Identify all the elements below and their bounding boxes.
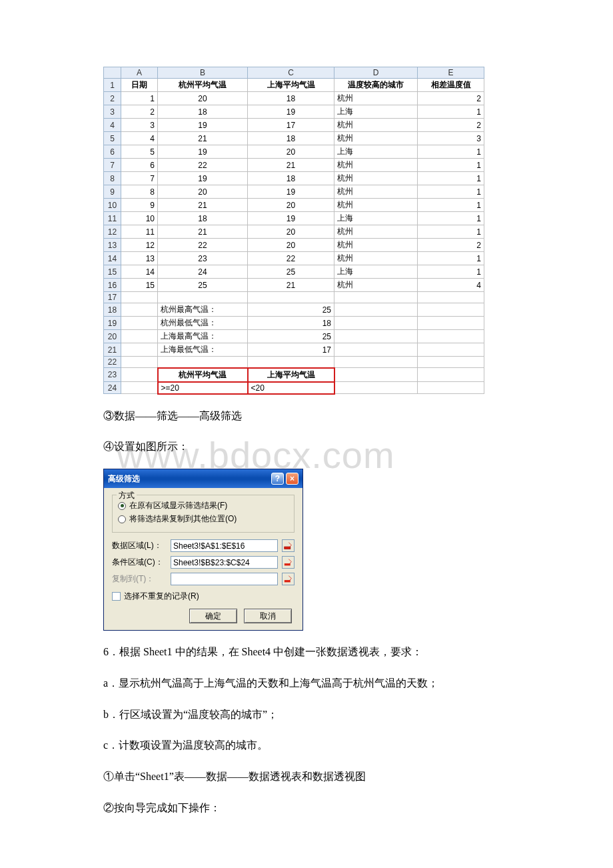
cell[interactable]: 杭州 xyxy=(334,119,418,132)
cell[interactable]: 日期 xyxy=(121,79,158,92)
row-header[interactable]: 20 xyxy=(104,330,121,343)
cell[interactable]: 19 xyxy=(158,119,248,132)
summary-value[interactable]: 18 xyxy=(248,317,334,330)
cell[interactable]: 4 xyxy=(121,132,158,145)
cell[interactable]: 15 xyxy=(121,279,158,292)
ok-button[interactable]: 确定 xyxy=(189,609,237,623)
cell[interactable]: 杭州 xyxy=(334,252,418,265)
cell[interactable]: 7 xyxy=(121,172,158,185)
summary-label[interactable]: 杭州最高气温： xyxy=(158,303,248,317)
criteria-value-B[interactable]: >=20 xyxy=(158,382,248,394)
cell[interactable]: 上海平均气温 xyxy=(248,79,334,92)
close-icon[interactable]: × xyxy=(286,473,299,485)
row-header[interactable]: 24 xyxy=(104,382,121,394)
cell[interactable]: 20 xyxy=(248,225,334,239)
row-header[interactable]: 14 xyxy=(104,252,121,265)
cell[interactable]: 22 xyxy=(158,239,248,252)
row-header[interactable]: 4 xyxy=(104,119,121,132)
cell[interactable]: 18 xyxy=(248,92,334,105)
cell[interactable]: 杭州 xyxy=(334,185,418,199)
cell[interactable]: 22 xyxy=(248,252,334,265)
cell[interactable]: 相差温度值 xyxy=(418,79,484,92)
col-header-B[interactable]: B xyxy=(158,67,248,79)
radio-copy-label[interactable]: 将筛选结果复制到其他位置(O) xyxy=(129,513,237,525)
row-header[interactable]: 2 xyxy=(104,92,121,105)
criteria-header-B[interactable]: 杭州平均气温 xyxy=(158,368,248,382)
cell[interactable]: 1 xyxy=(418,199,484,212)
row-header[interactable]: 10 xyxy=(104,199,121,212)
cell[interactable]: 25 xyxy=(248,265,334,279)
cancel-button[interactable]: 取消 xyxy=(244,609,292,623)
row-header[interactable]: 13 xyxy=(104,239,121,252)
cell[interactable]: 14 xyxy=(121,265,158,279)
row-header[interactable]: 7 xyxy=(104,159,121,172)
cell[interactable]: 1 xyxy=(418,225,484,239)
cell[interactable]: 19 xyxy=(248,212,334,225)
cell[interactable]: 1 xyxy=(418,105,484,119)
cell[interactable]: 杭州 xyxy=(334,225,418,239)
row-header[interactable]: 16 xyxy=(104,279,121,292)
cell[interactable]: 20 xyxy=(158,185,248,199)
cell[interactable]: 18 xyxy=(158,212,248,225)
cell[interactable]: 11 xyxy=(121,225,158,239)
cell[interactable]: 杭州平均气温 xyxy=(158,79,248,92)
summary-label[interactable]: 杭州最低气温： xyxy=(158,317,248,330)
cell[interactable]: 杭州 xyxy=(334,172,418,185)
cell[interactable]: 19 xyxy=(158,172,248,185)
cell[interactable]: 上海 xyxy=(334,105,418,119)
cell[interactable]: 21 xyxy=(248,159,334,172)
cell[interactable]: 21 xyxy=(158,225,248,239)
cell[interactable]: 20 xyxy=(248,239,334,252)
criteria-range-input[interactable] xyxy=(171,556,278,569)
row-header[interactable]: 12 xyxy=(104,225,121,239)
row-header[interactable]: 1 xyxy=(104,79,121,92)
cell[interactable]: 13 xyxy=(121,252,158,265)
cell[interactable]: 18 xyxy=(248,172,334,185)
col-header-E[interactable]: E xyxy=(418,67,484,79)
cell[interactable]: 2 xyxy=(121,105,158,119)
row-header[interactable]: 22 xyxy=(104,357,121,368)
cell[interactable]: 18 xyxy=(248,132,334,145)
cell[interactable]: 上海 xyxy=(334,212,418,225)
col-header-D[interactable]: D xyxy=(334,67,418,79)
row-header[interactable]: 5 xyxy=(104,132,121,145)
cell[interactable]: 1 xyxy=(418,185,484,199)
collapse-dialog-icon[interactable] xyxy=(282,573,295,585)
cell[interactable]: 19 xyxy=(248,105,334,119)
cell[interactable]: 1 xyxy=(418,212,484,225)
cell[interactable]: 19 xyxy=(248,185,334,199)
row-header[interactable]: 21 xyxy=(104,343,121,357)
summary-value[interactable]: 17 xyxy=(248,343,334,357)
cell[interactable]: 25 xyxy=(158,279,248,292)
cell[interactable]: 8 xyxy=(121,185,158,199)
cell[interactable]: 1 xyxy=(418,265,484,279)
cell[interactable]: 21 xyxy=(158,199,248,212)
criteria-value-C[interactable]: <20 xyxy=(248,382,334,394)
cell[interactable]: 杭州 xyxy=(334,279,418,292)
cell[interactable]: 杭州 xyxy=(334,239,418,252)
cell[interactable]: 1 xyxy=(418,145,484,159)
cell[interactable]: 18 xyxy=(158,105,248,119)
summary-label[interactable]: 上海最高气温： xyxy=(158,330,248,343)
collapse-dialog-icon[interactable] xyxy=(282,556,295,569)
col-header-A[interactable]: A xyxy=(121,67,158,79)
row-header[interactable]: 6 xyxy=(104,145,121,159)
cell[interactable]: 5 xyxy=(121,145,158,159)
radio-inplace-label[interactable]: 在原有区域显示筛选结果(F) xyxy=(129,500,227,511)
cell[interactable]: 9 xyxy=(121,199,158,212)
cell[interactable]: 上海 xyxy=(334,265,418,279)
row-header[interactable]: 15 xyxy=(104,265,121,279)
cell[interactable]: 1 xyxy=(418,172,484,185)
radio-inplace[interactable] xyxy=(118,502,126,510)
help-icon[interactable]: ? xyxy=(271,473,284,485)
radio-copy[interactable] xyxy=(118,515,126,523)
row-header[interactable]: 17 xyxy=(104,292,121,303)
list-range-input[interactable] xyxy=(171,539,278,552)
cell[interactable]: 19 xyxy=(158,145,248,159)
row-header[interactable]: 3 xyxy=(104,105,121,119)
cell[interactable]: 23 xyxy=(158,252,248,265)
summary-label[interactable]: 上海最低气温： xyxy=(158,343,248,357)
cell[interactable]: 1 xyxy=(418,159,484,172)
summary-value[interactable]: 25 xyxy=(248,303,334,317)
summary-value[interactable]: 25 xyxy=(248,330,334,343)
